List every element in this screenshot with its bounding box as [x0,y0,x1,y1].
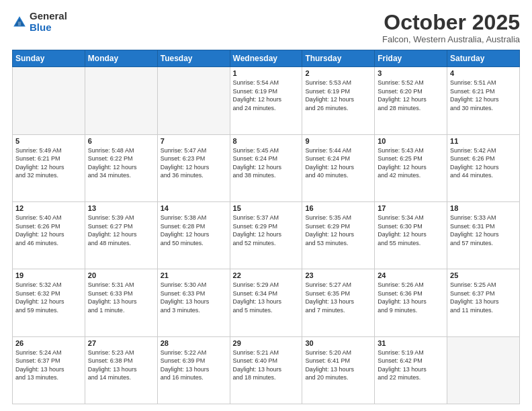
calendar-cell: 14Sunrise: 5:38 AM Sunset: 6:28 PM Dayli… [157,201,230,269]
title-block: October 2025 Falcon, Western Australia, … [382,11,520,44]
logo-general-text: General [30,11,67,22]
main-title: October 2025 [382,11,520,34]
logo-icon [12,15,27,30]
day-number: 7 [161,137,227,145]
day-number: 9 [305,137,371,145]
svg-rect-2 [18,21,21,26]
day-number: 20 [88,271,154,279]
calendar-body: 1Sunrise: 5:54 AM Sunset: 6:19 PM Daylig… [13,67,520,404]
day-number: 18 [450,204,517,212]
day-info: Sunrise: 5:24 AM Sunset: 6:37 PM Dayligh… [15,349,82,382]
calendar-cell [157,67,230,134]
day-number: 12 [15,204,82,212]
col-saturday: Saturday [447,50,520,67]
day-info: Sunrise: 5:33 AM Sunset: 6:31 PM Dayligh… [450,214,517,247]
day-info: Sunrise: 5:43 AM Sunset: 6:25 PM Dayligh… [378,146,444,180]
day-number: 29 [233,339,300,347]
subtitle: Falcon, Western Australia, Australia [382,34,520,44]
header-row: Sunday Monday Tuesday Wednesday Thursday… [13,50,520,67]
day-info: Sunrise: 5:52 AM Sunset: 6:20 PM Dayligh… [378,79,444,112]
calendar-cell: 30Sunrise: 5:20 AM Sunset: 6:41 PM Dayli… [302,336,375,404]
calendar-cell: 2Sunrise: 5:53 AM Sunset: 6:19 PM Daylig… [302,67,375,134]
day-info: Sunrise: 5:49 AM Sunset: 6:21 PM Dayligh… [15,146,82,180]
day-number: 2 [305,69,371,77]
day-info: Sunrise: 5:39 AM Sunset: 6:27 PM Dayligh… [88,214,154,247]
day-number: 24 [378,271,444,279]
day-number: 1 [233,69,300,77]
day-info: Sunrise: 5:48 AM Sunset: 6:22 PM Dayligh… [88,146,154,180]
calendar-week-3: 12Sunrise: 5:40 AM Sunset: 6:26 PM Dayli… [13,201,520,269]
calendar-cell: 18Sunrise: 5:33 AM Sunset: 6:31 PM Dayli… [447,201,520,269]
calendar-cell: 24Sunrise: 5:26 AM Sunset: 6:36 PM Dayli… [375,269,447,336]
header: General Blue October 2025 Falcon, Wester… [12,11,520,44]
calendar-cell: 16Sunrise: 5:35 AM Sunset: 6:29 PM Dayli… [302,201,375,269]
calendar-cell: 25Sunrise: 5:25 AM Sunset: 6:37 PM Dayli… [447,269,520,336]
calendar-cell: 26Sunrise: 5:24 AM Sunset: 6:37 PM Dayli… [13,336,85,404]
day-info: Sunrise: 5:32 AM Sunset: 6:32 PM Dayligh… [15,281,82,314]
calendar-week-2: 5Sunrise: 5:49 AM Sunset: 6:21 PM Daylig… [13,134,520,201]
col-sunday: Sunday [13,50,85,67]
day-info: Sunrise: 5:31 AM Sunset: 6:33 PM Dayligh… [88,281,154,314]
calendar-cell: 3Sunrise: 5:52 AM Sunset: 6:20 PM Daylig… [375,67,447,134]
calendar-cell: 13Sunrise: 5:39 AM Sunset: 6:27 PM Dayli… [85,201,157,269]
day-info: Sunrise: 5:19 AM Sunset: 6:42 PM Dayligh… [378,349,444,382]
calendar-week-5: 26Sunrise: 5:24 AM Sunset: 6:37 PM Dayli… [13,336,520,404]
calendar-cell: 5Sunrise: 5:49 AM Sunset: 6:21 PM Daylig… [13,134,85,201]
day-info: Sunrise: 5:23 AM Sunset: 6:38 PM Dayligh… [88,349,154,382]
day-number: 27 [88,339,154,347]
calendar-cell: 19Sunrise: 5:32 AM Sunset: 6:32 PM Dayli… [13,269,85,336]
calendar-table: Sunday Monday Tuesday Wednesday Thursday… [12,50,520,404]
calendar-week-1: 1Sunrise: 5:54 AM Sunset: 6:19 PM Daylig… [13,67,520,134]
calendar-cell: 11Sunrise: 5:42 AM Sunset: 6:26 PM Dayli… [447,134,520,201]
col-friday: Friday [375,50,447,67]
calendar-cell: 1Sunrise: 5:54 AM Sunset: 6:19 PM Daylig… [230,67,302,134]
day-info: Sunrise: 5:37 AM Sunset: 6:29 PM Dayligh… [233,214,300,247]
day-info: Sunrise: 5:25 AM Sunset: 6:37 PM Dayligh… [450,281,517,314]
col-thursday: Thursday [302,50,375,67]
day-number: 13 [88,204,154,212]
day-number: 14 [161,204,227,212]
day-number: 15 [233,204,300,212]
day-number: 30 [305,339,371,347]
calendar-cell: 21Sunrise: 5:30 AM Sunset: 6:33 PM Dayli… [157,269,230,336]
day-number: 5 [15,137,82,145]
calendar-cell: 8Sunrise: 5:45 AM Sunset: 6:24 PM Daylig… [230,134,302,201]
day-number: 16 [305,204,371,212]
day-info: Sunrise: 5:27 AM Sunset: 6:35 PM Dayligh… [305,281,371,314]
calendar-cell: 29Sunrise: 5:21 AM Sunset: 6:40 PM Dayli… [230,336,302,404]
calendar-cell: 31Sunrise: 5:19 AM Sunset: 6:42 PM Dayli… [375,336,447,404]
day-info: Sunrise: 5:51 AM Sunset: 6:21 PM Dayligh… [450,79,517,112]
day-number: 21 [161,271,227,279]
calendar-cell: 7Sunrise: 5:47 AM Sunset: 6:23 PM Daylig… [157,134,230,201]
day-info: Sunrise: 5:44 AM Sunset: 6:24 PM Dayligh… [305,146,371,180]
logo: General Blue [12,11,67,33]
day-info: Sunrise: 5:29 AM Sunset: 6:34 PM Dayligh… [233,281,300,314]
calendar-cell: 12Sunrise: 5:40 AM Sunset: 6:26 PM Dayli… [13,201,85,269]
calendar-cell: 27Sunrise: 5:23 AM Sunset: 6:38 PM Dayli… [85,336,157,404]
day-number: 23 [305,271,371,279]
col-wednesday: Wednesday [230,50,302,67]
day-number: 19 [15,271,82,279]
day-info: Sunrise: 5:45 AM Sunset: 6:24 PM Dayligh… [233,146,300,180]
calendar-header: Sunday Monday Tuesday Wednesday Thursday… [13,50,520,67]
day-number: 22 [233,271,300,279]
day-info: Sunrise: 5:22 AM Sunset: 6:39 PM Dayligh… [161,349,227,382]
day-number: 8 [233,137,300,145]
calendar-cell [13,67,85,134]
calendar-week-4: 19Sunrise: 5:32 AM Sunset: 6:32 PM Dayli… [13,269,520,336]
calendar-cell: 6Sunrise: 5:48 AM Sunset: 6:22 PM Daylig… [85,134,157,201]
col-tuesday: Tuesday [157,50,230,67]
calendar-cell: 4Sunrise: 5:51 AM Sunset: 6:21 PM Daylig… [447,67,520,134]
day-number: 17 [378,204,444,212]
day-info: Sunrise: 5:38 AM Sunset: 6:28 PM Dayligh… [161,214,227,247]
logo-text: General Blue [30,11,67,33]
day-info: Sunrise: 5:54 AM Sunset: 6:19 PM Dayligh… [233,79,300,112]
day-info: Sunrise: 5:20 AM Sunset: 6:41 PM Dayligh… [305,349,371,382]
calendar-cell: 17Sunrise: 5:34 AM Sunset: 6:30 PM Dayli… [375,201,447,269]
day-info: Sunrise: 5:34 AM Sunset: 6:30 PM Dayligh… [378,214,444,247]
calendar-cell: 23Sunrise: 5:27 AM Sunset: 6:35 PM Dayli… [302,269,375,336]
calendar-cell: 28Sunrise: 5:22 AM Sunset: 6:39 PM Dayli… [157,336,230,404]
day-info: Sunrise: 5:26 AM Sunset: 6:36 PM Dayligh… [378,281,444,314]
logo-blue-text: Blue [30,22,67,34]
day-info: Sunrise: 5:40 AM Sunset: 6:26 PM Dayligh… [15,214,82,247]
